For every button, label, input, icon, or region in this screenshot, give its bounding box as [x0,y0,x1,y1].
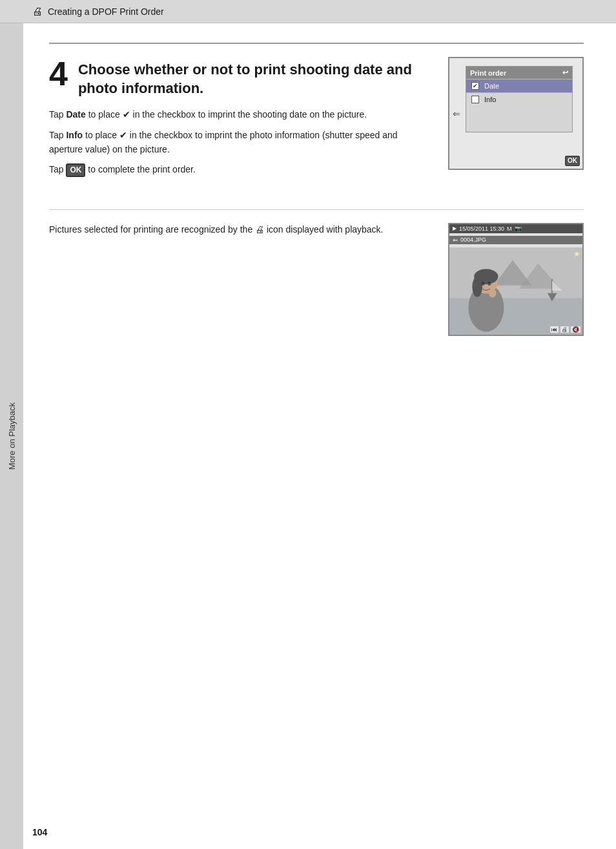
menu-row-date: Date [466,79,572,92]
date-label: Date [484,82,499,90]
printer-icon: 🖨 [32,6,43,17]
playback-image-area: ★ ⏮ 🖨 🔇 [449,247,582,335]
camera-left-arrow-icon: ⇐ [453,109,460,119]
svg-point-10 [489,289,497,298]
timestamp: 15/05/2011 15:30 [459,225,504,232]
bottom-icons: ⏮ 🖨 🔇 [550,326,580,333]
filename: 0004.JPG [460,236,486,243]
sidebar: More on Playback [0,23,23,849]
playback-screen: ▶ 15/05/2011 15:30 M 📷 ⇐ 0004.JPG [448,223,584,336]
info-keyword: Info [66,130,83,140]
svg-point-9 [488,282,491,286]
info-label: Info [484,96,496,103]
play-mode-icon: ▶ [453,225,457,231]
menu-empty-area [466,106,572,132]
ok-button-inline: OK [66,163,85,176]
header-title: Creating a DPOF Print Order [48,6,164,17]
step-number: 4 [49,57,68,90]
date-checkbox [471,82,479,90]
top-divider [49,43,584,44]
svg-point-7 [472,277,482,297]
menu-title: Print order [470,69,506,77]
filename-bar: ⇐ 0004.JPG [449,236,582,244]
pictures-selected-text: Pictures selected for printing are recog… [49,223,429,237]
menu-title-bar: Print order ↩ [466,67,572,79]
menu-back-icon: ↩ [562,68,568,77]
camera-small-icon: 📷 [515,225,522,232]
playback-arrow-icon: ⇐ [453,236,458,244]
step-body: Tap Date to place ✔ in the checkbox to i… [49,108,429,177]
print-order-menu: Print order ↩ Date Info [466,67,572,106]
bottom-text: Pictures selected for printing are recog… [49,223,429,237]
sidebar-label: More on Playback [7,403,17,470]
step-heading: 4 Choose whether or not to print shootin… [49,57,429,98]
info-checkbox [471,96,479,103]
playback-icon-3: 🔇 [571,326,580,333]
playback-icon-2: 🖨 [560,326,569,333]
date-keyword: Date [66,109,85,120]
ok-instruction: Tap OK to complete the print order. [49,163,429,177]
step-left: 4 Choose whether or not to print shootin… [49,57,429,183]
playback-info-bar: ▶ 15/05/2011 15:30 M 📷 [449,224,582,233]
menu-row-info: Info [466,92,572,106]
playback-icon-1: ⏮ [550,326,559,333]
date-instruction: Tap Date to place ✔ in the checkbox to i… [49,108,429,122]
page-number: 104 [32,827,47,837]
ok-badge: OK [565,156,580,166]
info-instruction: Tap Info to place ✔ in the checkbox to i… [49,129,429,156]
size-indicator: M [507,225,512,232]
camera-screen-print-order: ⇐ Print order ↩ Date Info [448,57,584,170]
bottom-section: Pictures selected for printing are recog… [49,223,584,336]
illustration-svg [449,247,582,335]
main-content: 4 Choose whether or not to print shootin… [23,23,616,355]
section-rule [49,209,584,210]
step-section: 4 Choose whether or not to print shootin… [49,57,584,183]
header-bar: 🖨 Creating a DPOF Print Order [0,0,616,23]
step-title: Choose whether or not to print shooting … [78,57,429,98]
svg-point-8 [482,282,485,286]
star-badge: ★ [573,249,580,258]
camera-screen-inner: Print order ↩ Date Info [466,66,573,132]
playback-screen-container: ▶ 15/05/2011 15:30 M 📷 ⇐ 0004.JPG [448,223,584,336]
print-order-screen: ⇐ Print order ↩ Date Info [448,57,584,183]
